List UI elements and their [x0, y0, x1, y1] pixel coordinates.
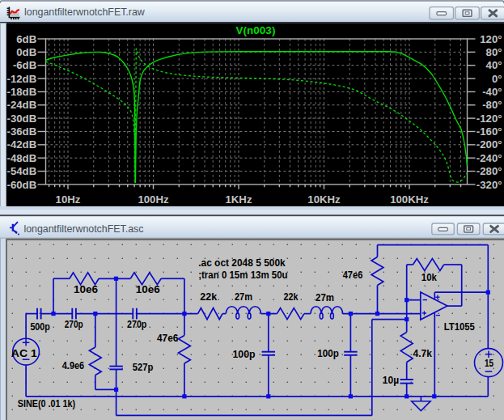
- svg-text:10e6: 10e6: [74, 284, 98, 295]
- svg-text:22k: 22k: [284, 291, 299, 303]
- svg-text:-80°: -80°: [482, 99, 502, 111]
- svg-text:-200°: -200°: [476, 138, 502, 151]
- svg-text:longantfilterwnotchFET.raw: longantfilterwnotchFET.raw: [24, 6, 145, 18]
- svg-text:-240°: -240°: [476, 152, 502, 164]
- svg-text:V(n003): V(n003): [236, 24, 276, 36]
- svg-text:10Hz: 10Hz: [56, 193, 81, 206]
- svg-text:0°: 0°: [492, 73, 502, 85]
- svg-text:0dB: 0dB: [16, 46, 36, 58]
- svg-text:.ac oct 2048 5 500k: .ac oct 2048 5 500k: [198, 257, 286, 269]
- svg-text:1KHz: 1KHz: [226, 193, 252, 206]
- svg-text:-160°: -160°: [476, 125, 502, 138]
- svg-text:-54dB: -54dB: [7, 165, 37, 177]
- svg-text:47e6: 47e6: [157, 333, 178, 344]
- svg-text:-30dB: -30dB: [7, 112, 37, 125]
- svg-text:10µ: 10µ: [383, 375, 399, 386]
- svg-text:100p: 100p: [232, 349, 255, 360]
- svg-text:4.7k: 4.7k: [413, 348, 433, 359]
- svg-text:;tran 0 15m 13m 50u: ;tran 0 15m 13m 50u: [198, 269, 287, 281]
- svg-text:-40°: -40°: [482, 86, 502, 98]
- svg-text:6dB: 6dB: [16, 33, 36, 45]
- svg-text:47e6: 47e6: [343, 269, 363, 281]
- svg-text:-18dB: -18dB: [7, 86, 37, 98]
- svg-text:AC 1: AC 1: [11, 348, 37, 359]
- svg-text:270p: 270p: [65, 319, 83, 330]
- svg-text:-120°: -120°: [476, 112, 502, 125]
- svg-text:longantfilterwnotchFET.asc: longantfilterwnotchFET.asc: [23, 223, 143, 235]
- svg-text:100p: 100p: [317, 348, 339, 359]
- svg-text:22k: 22k: [200, 291, 218, 303]
- svg-text:-36dB: -36dB: [7, 125, 37, 138]
- svg-text:120°: 120°: [480, 33, 502, 45]
- svg-text:10KHz: 10KHz: [307, 193, 341, 206]
- svg-text:LT1055: LT1055: [444, 321, 475, 333]
- svg-text:10e6: 10e6: [136, 284, 160, 295]
- svg-text:-320°: -320°: [476, 179, 502, 191]
- svg-text:80°: 80°: [486, 46, 502, 58]
- svg-text:270p: 270p: [127, 319, 147, 330]
- svg-text:-6dB: -6dB: [13, 59, 36, 71]
- svg-text:-42dB: -42dB: [7, 138, 37, 151]
- svg-text:15: 15: [485, 358, 493, 369]
- svg-text:27m: 27m: [316, 292, 334, 303]
- svg-text:-24dB: -24dB: [7, 99, 37, 111]
- svg-text:10k: 10k: [421, 272, 438, 283]
- svg-text:-48dB: -48dB: [7, 152, 37, 164]
- svg-text:500p: 500p: [30, 321, 50, 333]
- svg-text:4.9e6: 4.9e6: [62, 360, 84, 371]
- svg-text:-280°: -280°: [476, 165, 502, 177]
- svg-text:100Hz: 100Hz: [138, 193, 169, 206]
- svg-text:27m: 27m: [235, 291, 252, 303]
- svg-text:SINE(0 .01 1k): SINE(0 .01 1k): [18, 398, 75, 409]
- svg-text:40°: 40°: [486, 59, 502, 71]
- svg-text:-12dB: -12dB: [7, 73, 37, 85]
- svg-text:100KHz: 100KHz: [390, 193, 429, 206]
- svg-text:527p: 527p: [133, 362, 154, 373]
- svg-text:-60dB: -60dB: [7, 179, 37, 191]
